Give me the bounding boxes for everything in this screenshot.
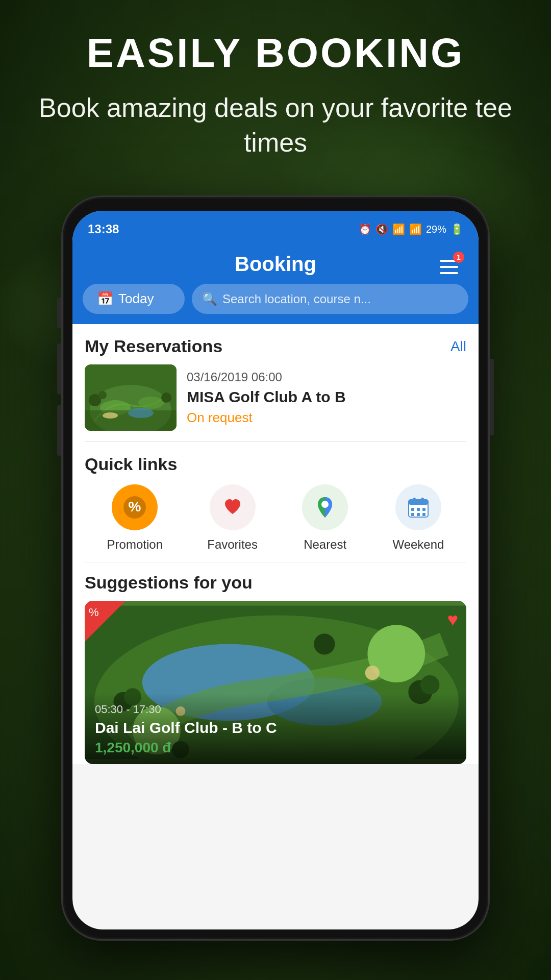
notification-button[interactable]: 1 [435,253,463,281]
battery-icon: 🔋 [450,223,463,235]
quick-links-title: Quick links [85,454,466,474]
header-controls: 📅 Today 🔍 Search location, course n... [83,284,468,314]
signal-icon: 📶 [409,223,422,235]
promotion-icon-bg: % [112,484,158,530]
scrollable-content: My Reservations All [72,324,479,929]
svg-point-11 [161,393,171,403]
favorites-label: Favorites [207,537,258,552]
side-button-silent [57,405,61,456]
svg-point-8 [128,408,154,418]
main-subtitle: Book amazing deals on your favorite tee … [31,91,520,160]
suggestion-card[interactable]: % ♥ 05:30 - 17:30 Dai Lai Golf Club - B … [85,601,466,764]
notification-badge: 1 [453,252,464,263]
suggestion-name: Dai Lai Golf Club - B to C [95,719,456,737]
svg-point-6 [138,397,164,409]
calendar-icon: 📅 [97,291,113,307]
reservation-name: MISA Golf Club A to B [187,388,466,406]
favorite-heart-button[interactable]: ♥ [447,609,458,630]
reservation-info: 03/16/2019 06:00 MISA Golf Club A to B O… [187,370,466,426]
content-area: My Reservations All [72,324,479,764]
quick-link-favorites[interactable]: Favorites [207,484,258,552]
svg-rect-21 [417,508,420,511]
page-header: EASILY BOOKING Book amazing deals on you… [0,0,551,175]
promo-percent-icon: % [89,606,99,619]
app-title: Booking [235,253,316,276]
suggestions-section: Suggestions for you [72,562,479,764]
quick-link-weekend[interactable]: Weekend [392,484,444,552]
svg-point-35 [420,675,440,695]
my-reservations-section: My Reservations All [72,324,479,442]
reservation-date: 03/16/2019 06:00 [187,370,466,384]
side-button-vol-up [57,298,61,328]
reservation-card[interactable]: 03/16/2019 06:00 MISA Golf Club A to B O… [85,364,466,442]
suggestion-overlay: 05:30 - 17:30 Dai Lai Golf Club - B to C… [85,693,466,764]
app-header: Booking 1 📅 Today [72,248,479,324]
weekend-icon-bg [395,484,441,530]
reservations-header: My Reservations All [85,336,466,356]
quick-links-section: Quick links % Promotion [72,442,479,562]
svg-rect-19 [421,498,424,503]
weekend-label: Weekend [392,537,444,552]
today-label: Today [118,291,154,307]
status-time: 13:38 [88,222,119,236]
screen-content: 13:38 ⏰ 🔇 📶 📶 29% 🔋 Booking [72,211,479,929]
phone-mockup: 13:38 ⏰ 🔇 📶 📶 29% 🔋 Booking [61,195,490,941]
svg-rect-2 [440,272,458,274]
status-bar: 13:38 ⏰ 🔇 📶 📶 29% 🔋 [72,211,479,248]
svg-rect-17 [409,500,428,505]
quick-link-nearest[interactable]: Nearest [302,484,348,552]
phone-screen: 13:38 ⏰ 🔇 📶 📶 29% 🔋 Booking [72,211,479,929]
side-button-power [490,359,494,435]
app-title-row: Booking 1 [83,248,468,284]
quick-link-promotion[interactable]: % Promotion [107,484,163,552]
quick-links-grid: % Promotion [85,484,466,562]
wifi-icon: 📶 [392,223,405,235]
search-bar[interactable]: 🔍 Search location, course n... [192,284,468,314]
suggestion-price: 1,250,000 đ [95,740,456,756]
nearest-icon-bg [302,484,348,530]
promotion-label: Promotion [107,537,163,552]
battery-text: 29% [426,224,446,235]
favorites-icon-bg [210,484,256,530]
svg-text:%: % [129,499,141,514]
search-icon: 🔍 [202,292,217,306]
svg-rect-25 [422,513,425,516]
main-title: EASILY BOOKING [31,31,520,76]
svg-rect-18 [413,498,416,503]
svg-point-9 [103,412,118,419]
status-icons: ⏰ 🔇 📶 📶 29% 🔋 [359,223,463,235]
svg-point-38 [365,666,380,680]
suggestion-time: 05:30 - 17:30 [95,703,456,716]
svg-rect-20 [411,508,414,511]
suggestions-title: Suggestions for you [85,573,466,593]
svg-rect-1 [440,266,458,268]
reservations-all-link[interactable]: All [450,338,466,355]
nearest-label: Nearest [304,537,346,552]
svg-point-36 [314,633,335,654]
alarm-icon: ⏰ [359,223,371,235]
svg-rect-24 [417,513,420,516]
today-button[interactable]: 📅 Today [83,284,185,314]
reservations-title: My Reservations [85,336,222,356]
svg-point-12 [98,391,107,399]
reservation-status: On request [187,410,466,426]
silent-icon: 🔇 [375,223,388,235]
side-button-vol-down [57,344,61,395]
svg-point-15 [321,501,329,508]
svg-rect-23 [411,513,414,516]
svg-rect-22 [422,508,425,511]
reservation-image [85,364,177,431]
search-placeholder-text: Search location, course n... [222,292,371,306]
